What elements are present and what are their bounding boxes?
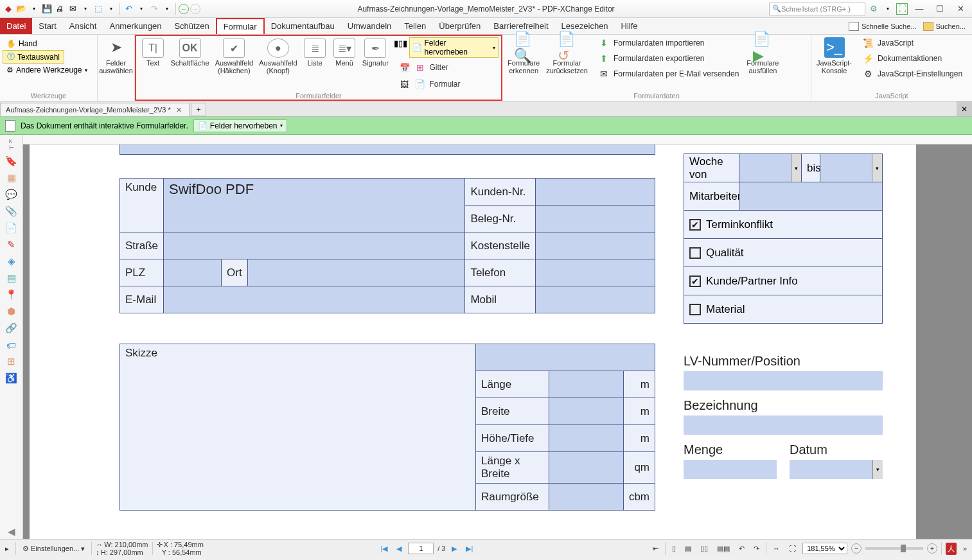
- menu-umwandeln[interactable]: Umwandeln: [341, 18, 398, 34]
- menu-ueberpruefen[interactable]: Überprüfen: [432, 18, 487, 34]
- javascript-konsole-button[interactable]: >_JavaScript- Konsole: [814, 36, 854, 76]
- terminkonflikt-checkbox[interactable]: ✔Terminkonflikt: [684, 211, 882, 238]
- fit-icon[interactable]: ⛶: [896, 3, 908, 15]
- menu-file[interactable]: Datei: [0, 18, 32, 34]
- mobil-field[interactable]: [536, 286, 655, 313]
- links-icon[interactable]: 🔗: [4, 321, 19, 335]
- suchen-button[interactable]: Suchen...: [923, 22, 966, 31]
- signatures-icon[interactable]: ✎: [4, 238, 19, 252]
- laenge-field[interactable]: [549, 371, 624, 398]
- strasse-field[interactable]: [164, 232, 465, 259]
- menu-ansicht[interactable]: Ansicht: [63, 18, 103, 34]
- order-icon[interactable]: ⊞: [4, 354, 19, 369]
- undo-icon[interactable]: ↶: [123, 3, 134, 15]
- last-page-button[interactable]: ▶|: [463, 544, 475, 554]
- next-page-button[interactable]: ▶: [449, 544, 459, 554]
- menu-formular[interactable]: Formular: [216, 18, 265, 34]
- qualitaet-checkbox[interactable]: Qualität: [684, 239, 882, 267]
- close-button[interactable]: ✕: [951, 3, 969, 15]
- andere-werkzeuge-button[interactable]: ⚙Andere Werkzeuge▾: [3, 65, 91, 75]
- layout-single-icon[interactable]: ▯: [669, 544, 678, 554]
- javascript-einstellungen-button[interactable]: ⚙JavaScript-Einstellungen: [858, 67, 966, 81]
- lv-field[interactable]: [684, 371, 883, 390]
- 3d-icon[interactable]: ⬢: [4, 304, 19, 319]
- layout-continuous-icon[interactable]: ▤: [682, 544, 694, 554]
- document-tab[interactable]: Aufmass-Zeichnungen-Vorlage_MemoMeister_…: [0, 103, 190, 116]
- liste-button[interactable]: ≣Liste: [301, 37, 329, 68]
- thumbnails-icon[interactable]: ▦: [4, 171, 19, 185]
- felder-hervorheben-infobar-button[interactable]: 📄Felder hervorheben▾: [193, 119, 287, 132]
- chevron-down-icon[interactable]: ▾: [872, 154, 882, 182]
- fit-width-icon[interactable]: ↔: [770, 544, 782, 553]
- hand-tool-button[interactable]: ✋Hand: [3, 39, 41, 49]
- print-icon[interactable]: 🖨: [54, 3, 66, 15]
- page-number-input[interactable]: [408, 543, 434, 554]
- formular-button[interactable]: 🖼📄Formular: [395, 77, 499, 91]
- fields-icon[interactable]: 📄: [4, 221, 19, 235]
- formulare-ausfuellen-button[interactable]: 📄▶Formulare ausfüllen: [744, 36, 781, 76]
- schaltflaeche-button[interactable]: OKSchaltfläche: [168, 37, 211, 68]
- javascript-button[interactable]: 📜JavaScript: [858, 36, 966, 50]
- back-icon[interactable]: ←: [179, 4, 189, 14]
- dokumentaktionen-button[interactable]: ⚡Dokumentaktionen: [858, 51, 966, 66]
- layout-facing-cont-icon[interactable]: ▤▤: [714, 544, 732, 554]
- auswahlfeld-haekchen-button[interactable]: ✔Auswahlfeld (Häkchen): [213, 37, 256, 76]
- datum-field[interactable]: ▾: [790, 460, 883, 479]
- dropdown-icon[interactable]: ▾: [161, 3, 173, 15]
- open-icon[interactable]: 📂: [15, 3, 27, 15]
- hoehe-field[interactable]: [549, 425, 624, 452]
- material-checkbox[interactable]: Material: [684, 295, 882, 323]
- dropdown-icon[interactable]: ▾: [80, 3, 91, 15]
- ort-field[interactable]: [247, 259, 465, 286]
- zoom-out-button[interactable]: −: [851, 543, 862, 554]
- quicksearch-input[interactable]: 🔍 Schnellstart (STRG+.): [769, 3, 865, 15]
- barcode-icon[interactable]: ▮▯▮: [395, 37, 407, 49]
- ruler-toggle-icon[interactable]: K⊢: [4, 137, 19, 152]
- wochevon-field[interactable]: ▾: [739, 154, 801, 182]
- zoom-in-button[interactable]: +: [927, 543, 937, 554]
- formulardaten-importieren-button[interactable]: ⬇Formulardaten importieren: [594, 36, 743, 50]
- minimize-button[interactable]: —: [910, 3, 928, 15]
- first-page-button[interactable]: |◀: [378, 544, 390, 554]
- menu-teilen[interactable]: Teilen: [398, 18, 432, 34]
- menue-button[interactable]: ≣▾Menü: [330, 37, 358, 68]
- auswahlfeld-knopf-button[interactable]: ●Auswahlfeld (Knopf): [257, 37, 300, 76]
- einstellungen-button[interactable]: ⚙ Einstellungen... ▾: [20, 544, 87, 554]
- skizze-top-field[interactable]: [476, 344, 655, 371]
- dropdown-icon[interactable]: ▾: [28, 3, 40, 15]
- kostenstelle-field[interactable]: [536, 232, 655, 259]
- panel-toggle-icon[interactable]: ▸: [3, 544, 12, 554]
- formular-zuruecksetzen-button[interactable]: 📄↺Formular zurücksetzen: [543, 36, 590, 76]
- kundennr-field[interactable]: [536, 179, 655, 206]
- formulare-erkennen-button[interactable]: 📄🔍Formulare erkennen: [505, 36, 542, 76]
- rotate-right-icon[interactable]: ↷: [751, 544, 762, 554]
- comments-icon[interactable]: 💬: [4, 188, 19, 202]
- schnelle-suche-button[interactable]: Schnelle Suche...: [849, 22, 917, 31]
- menu-anmerkungen[interactable]: Anmerkungen: [103, 18, 168, 34]
- mail-icon[interactable]: ✉: [67, 3, 78, 15]
- expand-icon[interactable]: »: [960, 544, 969, 553]
- chevron-down-icon[interactable]: ▾: [791, 154, 801, 182]
- scan-icon[interactable]: ⬚: [93, 3, 104, 15]
- formulardaten-exportieren-button[interactable]: ⬆Formulardaten exportieren: [594, 51, 743, 66]
- bookmark-panel-icon[interactable]: 🔖: [4, 154, 19, 168]
- menu-hilfe[interactable]: Hilfe: [615, 18, 644, 34]
- zoom-slider[interactable]: [865, 547, 923, 550]
- signatur-button[interactable]: ✒Signatur: [360, 37, 391, 68]
- prev-page-button[interactable]: ◀: [394, 544, 404, 554]
- gitter-button[interactable]: 📅⊞Gitter: [395, 60, 499, 74]
- attachments-icon[interactable]: 📎: [4, 204, 19, 218]
- save-icon[interactable]: 💾: [41, 3, 53, 15]
- maximize-button[interactable]: ☐: [931, 3, 949, 15]
- felder-auswaehlen-button[interactable]: ➤ Felder auswählen: [100, 36, 132, 76]
- dropdown-icon[interactable]: ▾: [882, 3, 894, 15]
- destinations-icon[interactable]: 📍: [4, 288, 19, 302]
- bezeichnung-field[interactable]: [684, 416, 883, 435]
- belegnr-field[interactable]: [536, 206, 655, 232]
- zoom-select[interactable]: 181,55%: [802, 543, 847, 554]
- kundepartner-checkbox[interactable]: ✔Kunde/Partner Info: [684, 267, 882, 295]
- tab-close-button[interactable]: ✕: [175, 105, 184, 114]
- felder-hervorheben-button[interactable]: 📄Felder hervorheben▾: [409, 37, 499, 58]
- formulardaten-email-button[interactable]: ✉Formulardaten per E-Mail versenden: [594, 67, 743, 81]
- menge-field[interactable]: [684, 460, 777, 479]
